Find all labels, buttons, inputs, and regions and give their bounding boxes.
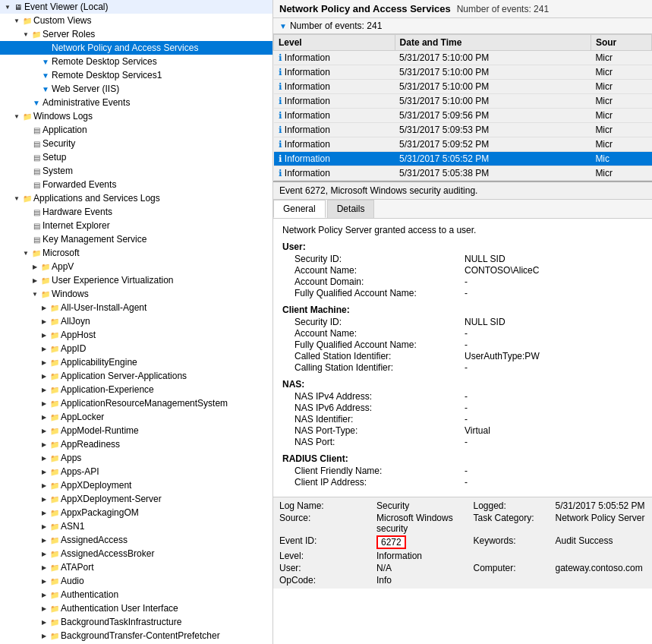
- tree-item-29[interactable]: ▶📁ApplicationResourceManagementSystem: [0, 396, 272, 410]
- tree-item-13[interactable]: ▤Forwarded Events: [0, 178, 272, 191]
- tree-label: AppReadiness: [61, 439, 120, 450]
- tree-item-3[interactable]: ▼Network Policy and Access Services: [0, 41, 272, 55]
- tree-item-38[interactable]: ▶📁ASN1: [0, 519, 272, 533]
- tree-item-5[interactable]: ▼Remote Desktop Services1: [0, 68, 272, 82]
- tree-item-40[interactable]: ▶📁AssignedAccessBroker: [0, 547, 272, 560]
- tree-label: BackgroundTaskInfrastructure: [61, 617, 181, 627]
- tree-item-4[interactable]: ▼Remote Desktop Services: [0, 55, 272, 68]
- tree-item-9[interactable]: ▤Application: [0, 123, 272, 137]
- event-source: Micr: [591, 94, 651, 109]
- tree-item-34[interactable]: ▶📁Apps-API: [0, 465, 272, 478]
- expand-arrow: ▶: [39, 549, 49, 558]
- event-level: ℹ Information: [274, 123, 395, 137]
- log-icon: ▤: [30, 178, 43, 191]
- tree-item-20[interactable]: ▶📁User Experience Virtualization: [0, 273, 272, 287]
- tree-label: Remote Desktop Services: [52, 56, 157, 67]
- table-row[interactable]: ℹ Information 5/31/2017 5:05:52 PM Mic: [274, 152, 652, 166]
- detail-key: NAS Port-Type:: [295, 425, 461, 436]
- detail-val: -: [465, 437, 643, 447]
- tree-item-22[interactable]: ▶📁All-User-Install-Agent: [0, 301, 272, 314]
- tree-item-28[interactable]: ▶📁Application-Experience: [0, 383, 272, 396]
- tree-item-1[interactable]: ▼📁Custom Views: [0, 14, 272, 27]
- tree-item-6[interactable]: ▼Web Server (IIS): [0, 82, 272, 96]
- tree-item-24[interactable]: ▶📁AppHost: [0, 328, 272, 342]
- folder-icon: 📁: [21, 110, 33, 122]
- expand-arrow: ▼: [21, 248, 30, 257]
- tree-item-23[interactable]: ▶📁AllJoyn: [0, 314, 272, 328]
- folder-icon: 📁: [30, 247, 43, 259]
- task-cat-val: Network Policy Server: [556, 513, 647, 534]
- tree-item-39[interactable]: ▶📁AssignedAccess: [0, 533, 272, 547]
- detail-val: -: [465, 362, 643, 373]
- event-level: ℹ Information: [274, 51, 395, 65]
- tree-item-37[interactable]: ▶📁AppxPackagingOM: [0, 506, 272, 519]
- tree-item-44[interactable]: ▶📁Authentication User Interface: [0, 601, 272, 615]
- table-row[interactable]: ℹ Information 5/31/2017 5:09:53 PM Micr: [274, 123, 652, 137]
- detail-key: Fully Qualified Account Name:: [295, 288, 461, 298]
- folder-icon: 📁: [49, 466, 61, 478]
- tree-item-32[interactable]: ▶📁AppReadiness: [0, 437, 272, 451]
- tree-item-8[interactable]: ▼📁Windows Logs: [0, 109, 272, 123]
- tree-item-10[interactable]: ▤Security: [0, 137, 272, 150]
- tree-item-21[interactable]: ▼📁Windows: [0, 287, 272, 301]
- table-row[interactable]: ℹ Information 5/31/2017 5:10:00 PM Micr: [274, 65, 652, 80]
- folder-icon: 📁: [49, 493, 61, 505]
- table-row[interactable]: ℹ Information 5/31/2017 5:05:38 PM Micr: [274, 166, 652, 181]
- tree-item-17[interactable]: ▤Key Management Service: [0, 232, 272, 246]
- event-source: Mic: [591, 152, 651, 166]
- radius-section-label: RADIUS Client:: [282, 453, 643, 464]
- tree-item-18[interactable]: ▼📁Microsoft: [0, 246, 272, 260]
- tree-item-2[interactable]: ▼📁Server Roles: [0, 27, 272, 41]
- tree-item-12[interactable]: ▤System: [0, 164, 272, 178]
- col-source: Sour: [591, 35, 651, 51]
- tree-item-31[interactable]: ▶📁AppModel-Runtime: [0, 424, 272, 437]
- expand-arrow: ▶: [39, 440, 49, 449]
- event-datetime: 5/31/2017 5:10:00 PM: [395, 65, 591, 80]
- tree-item-46[interactable]: ▶📁BackgroundTransfer-ContentPrefetcher: [0, 629, 272, 642]
- tab-general[interactable]: General: [273, 200, 326, 218]
- tree-label: All-User-Install-Agent: [61, 302, 146, 313]
- tree-item-15[interactable]: ▤Hardware Events: [0, 205, 272, 219]
- tree-item-19[interactable]: ▶📁AppV: [0, 260, 272, 273]
- event-id-box: 6272: [376, 535, 406, 549]
- table-row[interactable]: ℹ Information 5/31/2017 5:10:00 PM Micr: [274, 51, 652, 65]
- tree-label: Application-Experience: [61, 384, 154, 395]
- tree-item-43[interactable]: ▶📁Authentication: [0, 588, 272, 601]
- no-arrow: [21, 207, 30, 216]
- detail-val: -: [465, 276, 643, 287]
- table-row[interactable]: ℹ Information 5/31/2017 5:09:52 PM Micr: [274, 137, 652, 152]
- tree-item-45[interactable]: ▶📁BackgroundTaskInfrastructure: [0, 615, 272, 629]
- tree-item-35[interactable]: ▶📁AppXDeployment: [0, 478, 272, 492]
- opcode-key: OpCode:: [279, 575, 370, 586]
- folder-icon: 📁: [30, 28, 43, 40]
- tree-label: AppxPackagingOM: [61, 507, 139, 518]
- folder-icon: 📁: [49, 452, 61, 464]
- no-arrow: [30, 43, 39, 52]
- tree-item-30[interactable]: ▶📁AppLocker: [0, 410, 272, 424]
- tree-item-0[interactable]: ▼🖥Event Viewer (Local): [0, 0, 272, 14]
- event-count-header: Number of events: 241: [457, 4, 549, 14]
- folder-icon: 📁: [49, 411, 61, 423]
- tab-details[interactable]: Details: [327, 200, 375, 218]
- tree-item-33[interactable]: ▶📁Apps: [0, 451, 272, 465]
- tree-item-36[interactable]: ▶📁AppXDeployment-Server: [0, 492, 272, 506]
- detail-val: Virtual: [465, 425, 643, 436]
- tree-item-27[interactable]: ▶📁Application Server-Applications: [0, 369, 272, 383]
- tree-item-7[interactable]: ▼Administrative Events: [0, 96, 272, 109]
- tree-item-14[interactable]: ▼📁Applications and Services Logs: [0, 191, 272, 205]
- folder-icon: 📁: [21, 192, 33, 204]
- tree-label: AppModel-Runtime: [61, 425, 139, 436]
- tree-item-25[interactable]: ▶📁AppID: [0, 342, 272, 355]
- tree-item-26[interactable]: ▶📁ApplicabilityEngine: [0, 355, 272, 369]
- tree-item-16[interactable]: ▤Internet Explorer: [0, 219, 272, 232]
- table-row[interactable]: ℹ Information 5/31/2017 5:09:56 PM Micr: [274, 109, 652, 123]
- log-icon: ▤: [30, 219, 43, 232]
- level-key: Level:: [279, 551, 370, 561]
- tree-label: Event Viewer (Local): [24, 2, 109, 12]
- tree-item-42[interactable]: ▶📁Audio: [0, 574, 272, 588]
- tree-item-11[interactable]: ▤Setup: [0, 150, 272, 164]
- table-row[interactable]: ℹ Information 5/31/2017 5:10:00 PM Micr: [274, 94, 652, 109]
- tree-item-41[interactable]: ▶📁ATAPort: [0, 560, 272, 574]
- event-datetime: 5/31/2017 5:09:56 PM: [395, 109, 591, 123]
- table-row[interactable]: ℹ Information 5/31/2017 5:10:00 PM Micr: [274, 80, 652, 94]
